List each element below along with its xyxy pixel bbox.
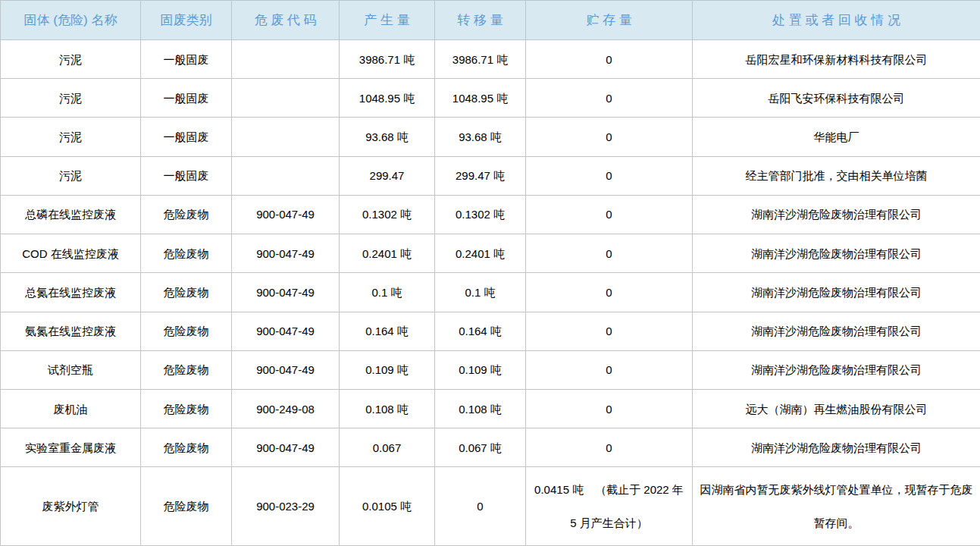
cell-category: 危险废物 — [141, 350, 232, 389]
cell-disposal: 湖南洋沙湖危险废物治理有限公司 — [693, 350, 980, 389]
table-row: 氨氮在线监控废液危险废物900-047-490.164 吨0.164 吨0湖南洋… — [1, 312, 980, 350]
cell-name: 总磷在线监控废液 — [1, 195, 141, 234]
cell-disposal: 湖南洋沙湖危险废物治理有限公司 — [693, 273, 980, 312]
cell-transferred: 3986.71 吨 — [435, 40, 526, 79]
cell-disposal: 湖南洋沙湖危险废物治理有限公司 — [693, 428, 980, 467]
solid-waste-report-page: 固体 (危险) 名称固废类别危 废 代 码产 生 量转 移 量贮 存 量处 置 … — [0, 0, 980, 546]
cell-code — [232, 118, 340, 156]
cell-transferred: 1048.95 吨 — [435, 79, 526, 118]
cell-stored: 0 — [526, 273, 693, 312]
cell-name: 废紫外灯管 — [1, 467, 141, 546]
cell-category: 危险废物 — [141, 312, 232, 350]
cell-disposal: 湖南洋沙湖危险废物治理有限公司 — [693, 195, 980, 234]
cell-transferred: 0.2401 吨 — [435, 234, 526, 273]
cell-produced: 0.164 吨 — [340, 312, 435, 350]
cell-produced: 0.1302 吨 — [340, 195, 435, 234]
cell-disposal: 华能电厂 — [693, 118, 980, 156]
cell-disposal: 湖南洋沙湖危险废物治理有限公司 — [693, 312, 980, 350]
cell-produced: 0.2401 吨 — [340, 234, 435, 273]
cell-transferred: 299.47 吨 — [435, 156, 526, 195]
cell-stored: 0.0415 吨 （截止于 2022 年 5 月产生合计） — [526, 467, 693, 546]
cell-name: 污泥 — [1, 156, 141, 195]
column-header-code: 危 废 代 码 — [232, 1, 340, 40]
cell-category: 危险废物 — [141, 234, 232, 273]
cell-name: 废机油 — [1, 389, 141, 428]
cell-name: 试剂空瓶 — [1, 350, 141, 389]
cell-code: 900-047-49 — [232, 350, 340, 389]
cell-category: 一般固废 — [141, 156, 232, 195]
cell-produced: 93.68 吨 — [340, 118, 435, 156]
cell-code: 900-047-49 — [232, 312, 340, 350]
cell-stored: 0 — [526, 195, 693, 234]
cell-category: 危险废物 — [141, 273, 232, 312]
cell-transferred: 0.1302 吨 — [435, 195, 526, 234]
waste-table: 固体 (危险) 名称固废类别危 废 代 码产 生 量转 移 量贮 存 量处 置 … — [0, 0, 980, 546]
waste-table-body: 污泥一般固废3986.71 吨3986.71 吨0岳阳宏星和环保新材料科技有限公… — [1, 40, 980, 546]
header-row: 固体 (危险) 名称固废类别危 废 代 码产 生 量转 移 量贮 存 量处 置 … — [1, 1, 980, 40]
cell-stored: 0 — [526, 389, 693, 428]
cell-produced: 3986.71 吨 — [340, 40, 435, 79]
cell-disposal: 远大（湖南）再生燃油股份有限公司 — [693, 389, 980, 428]
table-row: 污泥一般固废1048.95 吨1048.95 吨0岳阳飞安环保科技有限公司 — [1, 79, 980, 118]
cell-stored: 0 — [526, 428, 693, 467]
cell-name: 污泥 — [1, 40, 141, 79]
cell-disposal: 岳阳飞安环保科技有限公司 — [693, 79, 980, 118]
cell-category: 危险废物 — [141, 428, 232, 467]
cell-code: 900-047-49 — [232, 273, 340, 312]
cell-name: 实验室重金属废液 — [1, 428, 141, 467]
cell-code: 900-249-08 — [232, 389, 340, 428]
cell-disposal: 岳阳宏星和环保新材料科技有限公司 — [693, 40, 980, 79]
cell-disposal: 湖南洋沙湖危险废物治理有限公司 — [693, 234, 980, 273]
column-header-name: 固体 (危险) 名称 — [1, 1, 141, 40]
cell-stored: 0 — [526, 234, 693, 273]
cell-stored: 0 — [526, 312, 693, 350]
cell-category: 危险废物 — [141, 467, 232, 546]
cell-produced: 0.109 吨 — [340, 350, 435, 389]
cell-stored: 0 — [526, 156, 693, 195]
cell-disposal: 因湖南省内暂无废紫外线灯管处置单位，现暂存于危废暂存间。 — [693, 467, 980, 546]
cell-transferred: 93.68 吨 — [435, 118, 526, 156]
cell-transferred: 0.108 吨 — [435, 389, 526, 428]
cell-category: 危险废物 — [141, 389, 232, 428]
cell-stored: 0 — [526, 350, 693, 389]
cell-name: 总氮在线监控废液 — [1, 273, 141, 312]
cell-code: 900-047-49 — [232, 195, 340, 234]
cell-stored: 0 — [526, 118, 693, 156]
cell-transferred: 0.1 吨 — [435, 273, 526, 312]
cell-code — [232, 79, 340, 118]
cell-transferred: 0.109 吨 — [435, 350, 526, 389]
cell-code — [232, 156, 340, 195]
table-row: 试剂空瓶危险废物900-047-490.109 吨0.109 吨0湖南洋沙湖危险… — [1, 350, 980, 389]
table-row: 污泥一般固废3986.71 吨3986.71 吨0岳阳宏星和环保新材料科技有限公… — [1, 40, 980, 79]
cell-produced: 0.067 — [340, 428, 435, 467]
column-header-disposal: 处 置 或 者 回 收 情 况 — [693, 1, 980, 40]
waste-table-header: 固体 (危险) 名称固废类别危 废 代 码产 生 量转 移 量贮 存 量处 置 … — [1, 1, 980, 40]
cell-produced: 0.1 吨 — [340, 273, 435, 312]
cell-disposal: 经主管部门批准，交由相关单位培菌 — [693, 156, 980, 195]
cell-category: 一般固废 — [141, 40, 232, 79]
cell-produced: 299.47 — [340, 156, 435, 195]
cell-name: 氨氮在线监控废液 — [1, 312, 141, 350]
table-row: 总氮在线监控废液危险废物900-047-490.1 吨0.1 吨0湖南洋沙湖危险… — [1, 273, 980, 312]
table-row: 总磷在线监控废液危险废物900-047-490.1302 吨0.1302 吨0湖… — [1, 195, 980, 234]
cell-code: 900-047-49 — [232, 234, 340, 273]
cell-transferred: 0 — [435, 467, 526, 546]
column-header-transferred: 转 移 量 — [435, 1, 526, 40]
cell-category: 一般固废 — [141, 118, 232, 156]
cell-code: 900-047-49 — [232, 428, 340, 467]
table-row: 污泥一般固废299.47299.47 吨0经主管部门批准，交由相关单位培菌 — [1, 156, 980, 195]
table-row: 实验室重金属废液危险废物900-047-490.0670.067 吨0湖南洋沙湖… — [1, 428, 980, 467]
table-row: 废紫外灯管危险废物900-023-290.0105 吨00.0415 吨 （截止… — [1, 467, 980, 546]
table-row: 污泥一般固废93.68 吨93.68 吨0华能电厂 — [1, 118, 980, 156]
table-row: COD 在线监控废液危险废物900-047-490.2401 吨0.2401 吨… — [1, 234, 980, 273]
column-header-produced: 产 生 量 — [340, 1, 435, 40]
cell-category: 危险废物 — [141, 195, 232, 234]
cell-stored: 0 — [526, 79, 693, 118]
column-header-stored: 贮 存 量 — [526, 1, 693, 40]
cell-name: 污泥 — [1, 79, 141, 118]
cell-produced: 0.0105 吨 — [340, 467, 435, 546]
cell-stored: 0 — [526, 40, 693, 79]
cell-code — [232, 40, 340, 79]
cell-transferred: 0.164 吨 — [435, 312, 526, 350]
cell-produced: 1048.95 吨 — [340, 79, 435, 118]
